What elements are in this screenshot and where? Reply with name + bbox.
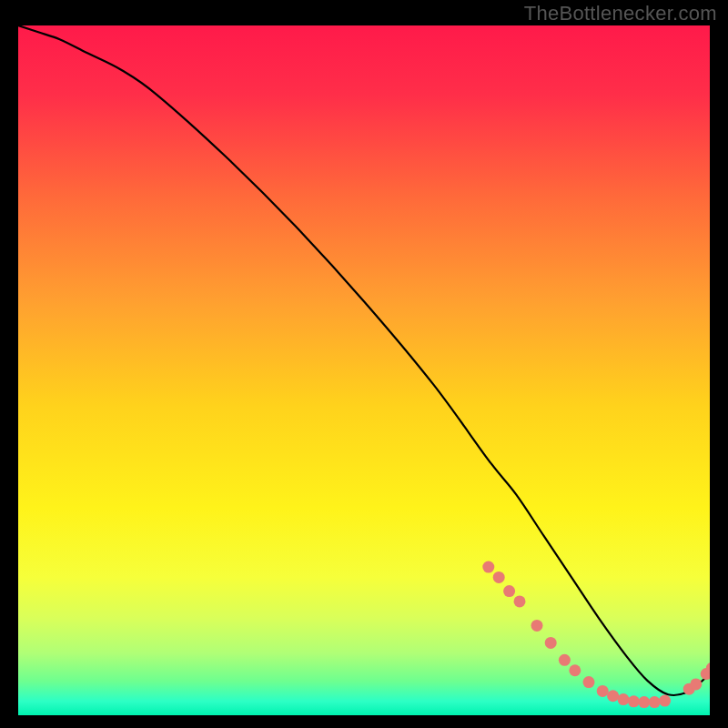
data-marker (607, 690, 619, 702)
data-marker (482, 561, 494, 573)
data-marker (628, 695, 640, 707)
gradient-background (18, 25, 710, 715)
chart-container: TheBottlenecker.com (0, 0, 728, 728)
data-marker (638, 696, 650, 708)
watermark-text: TheBottlenecker.com (524, 2, 717, 25)
data-marker (649, 696, 661, 708)
data-marker (618, 693, 630, 705)
data-marker (559, 654, 571, 666)
data-marker (531, 620, 543, 632)
data-marker (569, 664, 581, 676)
data-marker (503, 585, 515, 597)
plot-area (18, 25, 710, 715)
data-marker (545, 637, 557, 649)
data-marker (493, 571, 505, 583)
data-marker (659, 695, 671, 707)
data-marker (597, 685, 609, 697)
data-marker (514, 595, 526, 607)
data-marker (690, 678, 702, 690)
data-marker (583, 676, 595, 688)
chart-svg (18, 25, 710, 715)
